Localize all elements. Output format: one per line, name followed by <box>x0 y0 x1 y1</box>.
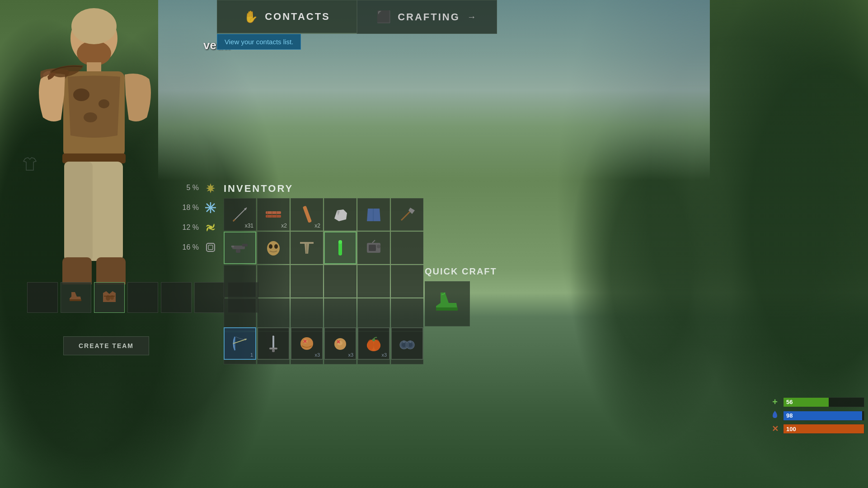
shirt-slot-icon <box>22 156 38 172</box>
svg-point-1 <box>77 41 111 66</box>
tab-crafting[interactable]: ⬛ CRAFTING → <box>357 0 497 34</box>
svg-point-6 <box>99 99 109 108</box>
svg-rect-13 <box>96 257 126 284</box>
svg-point-5 <box>73 88 89 101</box>
svg-rect-10 <box>64 162 93 261</box>
svg-point-7 <box>84 112 97 122</box>
contacts-tab-label: CONTACTS <box>265 11 330 23</box>
svg-rect-11 <box>62 257 92 284</box>
navigation-tabs: ✋ CONTACTS ⬛ CRAFTING → <box>217 0 497 34</box>
svg-point-2 <box>71 8 117 44</box>
character-figure <box>14 5 176 284</box>
crafting-icon: ⬛ <box>376 10 392 24</box>
crafting-arrow-icon: → <box>467 12 478 22</box>
tab-contacts[interactable]: ✋ CONTACTS <box>217 0 357 34</box>
crafting-tab-label: CRAFTING <box>398 11 460 23</box>
contacts-icon: ✋ <box>244 10 259 24</box>
